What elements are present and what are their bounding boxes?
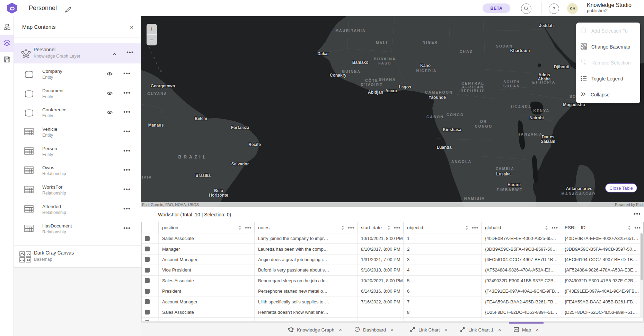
- sidebar-item-save[interactable]: [0, 51, 14, 69]
- column-header-objectid[interactable]: objectid•••: [404, 222, 482, 233]
- help-button[interactable]: ?: [549, 3, 559, 14]
- layer-group-options-icon[interactable]: •••: [126, 49, 134, 56]
- map-country-label: ANGOLA: [451, 160, 472, 164]
- view-tab-map[interactable]: Map✕: [509, 322, 544, 336]
- menu-item-collapse[interactable]: Collapse: [576, 87, 640, 103]
- view-tab-link-chart[interactable]: Link Chart✕: [405, 322, 452, 336]
- close-tab-icon[interactable]: ✕: [498, 328, 501, 332]
- table-vertical-scrollbar[interactable]: [640, 233, 643, 317]
- sort-icon[interactable]: [545, 225, 548, 230]
- close-panel-icon[interactable]: ✕: [130, 25, 134, 30]
- view-tab-knowledge-graph[interactable]: Knowledge Graph✕: [283, 322, 347, 336]
- table-row[interactable]: PresidentPersephone started new metal o……: [142, 286, 643, 296]
- layer-row-owns[interactable]: OwnsRelationship•••: [14, 162, 141, 181]
- row-checkbox[interactable]: [145, 310, 150, 315]
- layer-row-hasdocument[interactable]: HasDocumentRelationship•••: [14, 220, 141, 239]
- row-checkbox[interactable]: [145, 289, 150, 294]
- view-tab-link-chart-1[interactable]: Link Chart 1✕: [455, 322, 506, 336]
- table-row[interactable]: Sales AssociateBeauregard sleeps on the …: [142, 276, 643, 286]
- sidebar-item-layers[interactable]: [0, 35, 14, 52]
- column-header-esri_id[interactable]: ESRI__ID•••: [561, 222, 644, 233]
- column-header-start_date[interactable]: start_date•••: [358, 222, 404, 233]
- table-row[interactable]: ManagerLauretta has been with the comp…8…: [142, 244, 643, 254]
- table-row[interactable]: Sales AssociateHenrietta doesn't know wh…: [142, 307, 643, 318]
- column-options-icon[interactable]: •••: [634, 225, 641, 231]
- close-table-button[interactable]: Close Table: [605, 183, 637, 192]
- column-header-globalid[interactable]: globalid•••: [482, 222, 561, 233]
- cell-globalid: {9249032D-E300-41B5-937F-C2B…: [482, 276, 561, 286]
- layer-options-icon[interactable]: •••: [123, 225, 131, 232]
- sort-icon[interactable]: [465, 225, 468, 230]
- layer-options-icon[interactable]: •••: [123, 186, 131, 193]
- layer-list: CompanyEntity•••DocumentEntity•••Confere…: [14, 65, 141, 239]
- table-options-icon[interactable]: •••: [634, 210, 641, 217]
- column-options-icon[interactable]: •••: [472, 225, 478, 231]
- layer-row-conference[interactable]: ConferenceEntity•••: [14, 104, 141, 123]
- layer-row-attended[interactable]: AttendedRelationship•••: [14, 200, 141, 220]
- sort-icon[interactable]: [238, 225, 241, 230]
- table-row[interactable]: Account ManagerLilith specifically sells…: [142, 296, 643, 307]
- layer-options-icon[interactable]: •••: [123, 205, 131, 212]
- table-row[interactable]: Account ManagerAngie does a great job br…: [142, 255, 643, 265]
- column-options-icon[interactable]: •••: [394, 225, 400, 231]
- layer-row-vehicle[interactable]: VehicleEntity•••: [14, 123, 141, 143]
- map-view[interactable]: MAURITANIAMALINIGERCHADSUDANGUINEABURKIN…: [141, 16, 644, 207]
- menu-item-toggle-legend[interactable]: Toggle Legend: [576, 71, 640, 87]
- layer-name: Conference: [42, 107, 67, 112]
- table-layer-icon: [24, 166, 34, 175]
- close-tab-icon[interactable]: ✕: [390, 328, 394, 332]
- user-avatar[interactable]: KS: [567, 3, 578, 14]
- sort-icon[interactable]: [628, 225, 631, 230]
- close-tab-icon[interactable]: ✕: [536, 328, 539, 332]
- layer-options-icon[interactable]: •••: [123, 70, 131, 77]
- cell-objectid: 7: [404, 296, 482, 307]
- column-options-icon[interactable]: •••: [552, 225, 558, 231]
- layer-type: Entity: [42, 133, 53, 138]
- layer-options-icon[interactable]: •••: [123, 147, 131, 154]
- layer-row-person[interactable]: PersonEntity•••: [14, 143, 141, 162]
- row-checkbox[interactable]: [145, 268, 150, 273]
- table-row[interactable]: Sales AssociateLarry joined the company …: [142, 233, 643, 244]
- visibility-eye-icon[interactable]: [107, 91, 113, 97]
- layer-options-icon[interactable]: •••: [123, 89, 131, 96]
- search-button[interactable]: [521, 3, 531, 14]
- column-header-position[interactable]: position•••: [159, 222, 255, 233]
- table-horizontal-scrollbar[interactable]: [141, 321, 644, 321]
- row-checkbox[interactable]: [145, 278, 150, 283]
- layer-row-company[interactable]: CompanyEntity•••: [14, 65, 141, 85]
- table-row[interactable]: Vice PresidentBuford is very passionate …: [142, 265, 643, 275]
- row-checkbox[interactable]: [145, 257, 150, 262]
- layer-row-document[interactable]: DocumentEntity•••: [14, 85, 141, 104]
- cell-position: Account Manager: [159, 255, 255, 265]
- column-options-icon[interactable]: •••: [348, 225, 354, 231]
- menu-item-remove-selection: Remove Selection: [576, 55, 640, 71]
- layer-options-icon[interactable]: •••: [123, 128, 131, 135]
- cell-objectid: 4: [404, 265, 482, 275]
- visibility-eye-icon[interactable]: [107, 110, 113, 116]
- zoom-in-button[interactable]: +: [147, 24, 157, 35]
- view-tab-dashboard[interactable]: Dashboard✕: [350, 322, 398, 336]
- layer-row-worksfor[interactable]: WorksForRelationship•••: [14, 181, 141, 200]
- chevron-up-icon[interactable]: [112, 51, 117, 57]
- visibility-eye-icon[interactable]: [107, 71, 113, 77]
- sort-icon[interactable]: [341, 225, 344, 230]
- edit-title-icon[interactable]: [64, 6, 71, 13]
- table-header-row: position•••notes•••start_date•••objectid…: [141, 222, 644, 233]
- column-header-notes[interactable]: notes•••: [255, 222, 358, 233]
- account-info[interactable]: Knowledge Studio publisher2: [587, 2, 632, 14]
- layer-options-icon[interactable]: •••: [123, 166, 131, 173]
- zoom-out-button[interactable]: −: [147, 35, 157, 45]
- close-tab-icon[interactable]: ✕: [339, 328, 342, 332]
- close-tab-icon[interactable]: ✕: [444, 328, 448, 332]
- menu-item-change-basemap[interactable]: Change Basemap: [576, 39, 640, 55]
- column-options-icon[interactable]: •••: [245, 225, 252, 231]
- layer-options-icon[interactable]: •••: [123, 109, 131, 115]
- row-checkbox[interactable]: [145, 236, 150, 241]
- layer-group-personnel[interactable]: Personnel Knowledge Graph Layer •••: [14, 43, 141, 63]
- basemap-row[interactable]: Dark Gray Canvas Basemap: [14, 245, 141, 268]
- basemap-name: Dark Gray Canvas: [34, 250, 74, 256]
- sidebar-item-data-model[interactable]: [0, 19, 14, 36]
- row-checkbox[interactable]: [145, 247, 150, 251]
- sort-icon[interactable]: [387, 225, 390, 230]
- row-checkbox[interactable]: [145, 299, 150, 304]
